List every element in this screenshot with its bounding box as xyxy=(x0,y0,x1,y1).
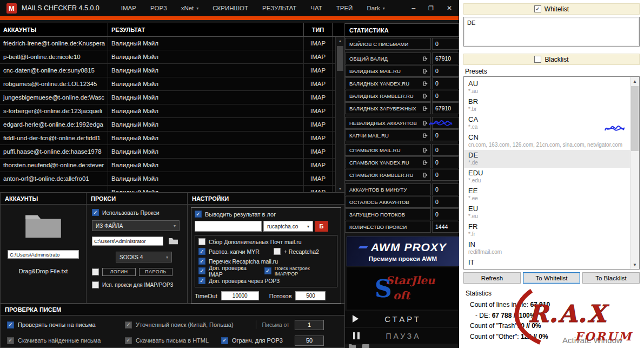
proxy-file-path-input[interactable] xyxy=(92,237,163,246)
table-row[interactable]: robgames@t-online.de:LOL12345 Валидный М… xyxy=(0,77,335,91)
scroll-down-icon[interactable]: ▼ xyxy=(630,260,639,269)
whitelist-checkbox[interactable]: ✓ xyxy=(534,5,541,12)
menu-tray[interactable]: ТРЕЙ xyxy=(336,5,353,11)
collect-mails-checkbox[interactable]: ✓ xyxy=(198,238,205,245)
start-button[interactable]: СТАРТ xyxy=(345,311,459,327)
captcha-myr-checkbox[interactable]: ✓ xyxy=(198,248,205,255)
recheck-recaptcha-checkbox[interactable]: ✓ xyxy=(198,258,205,265)
scrollbar-thumb[interactable] xyxy=(337,46,343,71)
password-button[interactable]: ПАРОЛЬ xyxy=(139,268,172,276)
whitelist-textarea[interactable]: DE xyxy=(463,17,640,47)
export-icon[interactable] xyxy=(422,120,428,126)
starjleu-soft-logo[interactable]: StarJleu S oft xyxy=(347,267,459,310)
export-icon[interactable] xyxy=(422,160,428,166)
table-row[interactable]: friedrich-irene@t-online.de:Knuspera Вал… xyxy=(0,37,335,50)
preset-item[interactable]: FR *.fr xyxy=(464,221,630,239)
export-icon[interactable] xyxy=(422,93,428,99)
menu-pop3[interactable]: POP3 xyxy=(150,5,167,11)
imap-check-checkbox[interactable]: ✓ xyxy=(198,267,205,274)
export-icon[interactable] xyxy=(422,147,428,153)
preset-item[interactable]: EU *.eu xyxy=(464,203,630,221)
folder-drop-icon[interactable] xyxy=(24,212,63,241)
scroll-down-icon[interactable]: ▼ xyxy=(336,185,344,193)
table-scrollbar[interactable]: ▲ ▼ xyxy=(335,37,344,193)
scroll-up-icon[interactable]: ▲ xyxy=(630,77,639,86)
timeout-input[interactable] xyxy=(221,291,259,300)
accounts-file-path-input[interactable] xyxy=(8,250,79,259)
preset-item[interactable]: CN cn.com, 163.com, 126.com, 21cn.com, s… xyxy=(464,132,630,150)
scroll-up-icon[interactable]: ▲ xyxy=(336,37,344,45)
proxy-auth-checkbox[interactable]: ✓ xyxy=(92,268,99,275)
table-row[interactable]: thorsten.neufend@t-online.de:stever Вали… xyxy=(0,159,335,172)
menu-imap[interactable]: IMAP xyxy=(121,5,136,11)
export-icon[interactable] xyxy=(422,81,428,87)
awm-proxy-banner[interactable]: AWM PROXY Премиум прокси AWM xyxy=(347,237,459,266)
menu-screenshot[interactable]: СКРИНШОТ xyxy=(213,5,248,11)
table-row[interactable]: edgard-herle@t-online.de:1992edga Валидн… xyxy=(0,118,335,132)
column-header-accounts[interactable]: АККАУНТЫ xyxy=(0,23,108,36)
minimize-button[interactable]: – xyxy=(411,4,415,12)
export-icon[interactable] xyxy=(422,133,428,139)
preset-item[interactable]: AU *.au xyxy=(464,78,630,96)
menu-xnet-dropdown[interactable]: xNet▾ xyxy=(181,5,199,11)
column-header-result[interactable]: РЕЗУЛЬТАТ xyxy=(108,23,304,36)
preset-item[interactable]: IN rediffmail.com xyxy=(464,239,630,257)
table-row[interactable]: cnc-daten@t-online.de:suny0815 Валидный … xyxy=(0,64,335,77)
login-button[interactable]: ЛОГИН xyxy=(102,268,136,276)
palette-icon[interactable] xyxy=(362,344,369,348)
theme-dropdown[interactable]: Dark▾ xyxy=(367,5,384,11)
presets-scrollbar[interactable]: ▲ ▼ xyxy=(630,77,639,269)
proxy-type-select[interactable]: SOCKS 4 ▾ xyxy=(116,252,172,262)
pause-button[interactable]: ПАУЗА xyxy=(345,328,459,344)
to-whitelist-button[interactable]: To Whitelist xyxy=(523,272,580,284)
account-cell: puffi.haase@t-online.de:haase1978 xyxy=(0,145,108,158)
pop3-limit-checkbox[interactable]: ✓ xyxy=(221,337,228,344)
refined-search-checkbox[interactable]: ✓ xyxy=(125,321,132,329)
export-icon[interactable] xyxy=(422,56,428,62)
pop3-limit-input[interactable] xyxy=(295,336,324,346)
download-html-checkbox[interactable]: ✓ xyxy=(125,337,132,344)
refresh-button[interactable]: Refresh xyxy=(463,272,521,284)
menu-chat[interactable]: ЧАТ xyxy=(310,5,322,11)
chevron-down-icon: ▾ xyxy=(166,255,168,260)
column-header-type[interactable]: ТИП xyxy=(304,23,333,36)
letters-from-input[interactable] xyxy=(295,320,324,330)
folder-icon[interactable] xyxy=(349,344,356,348)
imap-search-checkbox[interactable]: ✓ xyxy=(264,267,271,274)
captcha-key-input[interactable] xyxy=(195,221,262,232)
table-row[interactable]: anton-orf@t-online.de:allefro01 Валидный… xyxy=(0,172,335,186)
download-letters-checkbox[interactable]: ✓ xyxy=(7,337,14,344)
scrollbar-thumb[interactable] xyxy=(631,86,639,151)
menu-result[interactable]: РЕЗУЛЬТАТ xyxy=(262,5,296,11)
preset-item[interactable]: BR *.br xyxy=(464,96,630,114)
preset-item[interactable]: EE *.ee xyxy=(464,186,630,203)
captcha-service-select[interactable]: rucaptcha.co ▾ xyxy=(263,221,313,232)
to-blacklist-button[interactable]: To Blacklist xyxy=(582,272,640,284)
account-cell: p-beitl@t-online.de:nicole10 xyxy=(0,50,108,63)
recaptcha2-checkbox[interactable]: ✓ xyxy=(274,248,281,255)
close-button[interactable]: ✕ xyxy=(447,4,452,12)
table-row[interactable]: p-beitl@t-online.de:nicole10 Валидный Мэ… xyxy=(0,50,335,64)
export-icon[interactable] xyxy=(422,172,428,178)
proxy-source-select[interactable]: ИЗ ФАЙЛА ▾ xyxy=(92,220,180,231)
maximize-button[interactable]: ❐ xyxy=(428,5,434,12)
table-row[interactable]: Валидный Мэйл IMAP xyxy=(0,186,335,193)
proxy-for-imap-checkbox[interactable]: ✓ xyxy=(92,281,99,288)
use-proxy-checkbox[interactable]: ✓ xyxy=(92,209,99,216)
table-row[interactable]: jungesbigemuese@t-online.de:Wasc Валидны… xyxy=(0,91,335,104)
log-result-checkbox[interactable]: ✓ xyxy=(195,211,202,218)
preset-item[interactable]: EDU *.edu xyxy=(464,168,630,186)
browse-folder-button[interactable] xyxy=(166,235,180,246)
table-row[interactable]: puffi.haase@t-online.de:haase1978 Валидн… xyxy=(0,145,335,159)
export-icon[interactable] xyxy=(422,68,428,74)
check-letters-checkbox[interactable]: ✓ xyxy=(7,321,14,329)
preset-item[interactable]: IT xyxy=(464,257,630,269)
pop3-check-checkbox[interactable]: ✓ xyxy=(198,277,205,284)
export-icon[interactable] xyxy=(422,106,428,111)
blacklist-checkbox[interactable]: ✓ xyxy=(534,56,541,63)
balance-button[interactable]: Б xyxy=(315,221,328,232)
table-row[interactable]: s-forberger@t-online.de:123jacqueli Вали… xyxy=(0,104,335,118)
table-row[interactable]: fiddl-und-der-fcn@t-online.de:fiddl1 Вал… xyxy=(0,132,335,145)
preset-item[interactable]: DE *.de xyxy=(464,150,630,168)
threads-input[interactable] xyxy=(295,291,326,300)
